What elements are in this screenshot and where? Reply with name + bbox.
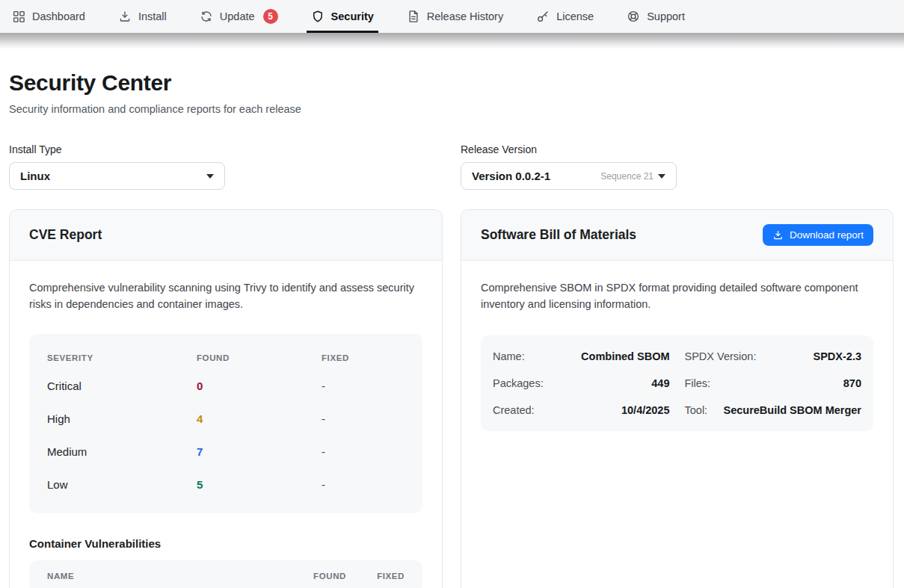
severity-name: Medium [47,445,197,458]
sbom-field-name: Name: Combined SBOM [493,343,670,370]
nav-item-release-history[interactable]: Release History [407,0,503,33]
severity-found-count: 0 [197,380,322,392]
install-type-value: Linux [20,170,50,182]
field-value: 10/4/2025 [621,404,670,416]
release-version-group: Release Version Version 0.0.2-1 Sequence… [461,143,894,190]
field-label: Name: [493,350,525,362]
file-text-icon [407,10,420,23]
severity-found-count: 7 [197,445,322,458]
sbom-field-created: Created: 10/4/2025 [493,397,670,424]
field-value: Combined SBOM [581,350,669,362]
field-label: Packages: [493,377,544,389]
severity-name: Low [47,478,197,491]
field-label: Files: [685,377,711,389]
chevron-down-icon [206,174,214,179]
severity-table-header: SEVERITY FOUND FIXED [47,343,405,370]
severity-fixed-count: - [322,478,405,491]
sbom-description: Comprehensive SBOM in SPDX format provid… [481,280,873,313]
severity-name: High [47,412,197,425]
table-row: Low 5 - [47,468,405,501]
severity-fixed-count: - [322,412,405,425]
table-row: Medium 7 - [47,436,405,468]
sbom-field-spdx-version: SPDX Version: SPDX-2.3 [685,343,862,370]
severity-col-header: SEVERITY [47,353,197,362]
nav-item-support[interactable]: Support [627,0,685,33]
severity-table: SEVERITY FOUND FIXED Critical 0 - High 4… [29,334,422,513]
sequence-label: Sequence 21 [600,171,654,182]
release-version-select[interactable]: Version 0.0.2-1 Sequence 21 [461,162,677,190]
nav-label-dashboard: Dashboard [32,10,85,22]
release-version-label: Release Version [461,143,894,155]
severity-fixed-count: - [322,380,405,392]
severity-found-count: 5 [197,478,322,491]
nav-item-update[interactable]: Update 5 [200,0,278,33]
install-type-select[interactable]: Linux [9,162,225,190]
field-value: SecureBuild SBOM Merger [723,404,861,416]
severity-fixed-count: - [322,445,405,458]
cards-row: CVE Report Comprehensive vulnerability s… [9,209,894,588]
container-vulns-table-header: NAME FOUND FIXED [29,560,422,588]
sbom-info-grid: Name: Combined SBOM SPDX Version: SPDX-2… [481,335,873,431]
nav-item-license[interactable]: License [536,0,594,33]
dashboard-icon [12,10,25,23]
container-vulns-title: Container Vulnerabilities [29,537,422,550]
field-label: Tool: [685,404,708,416]
sbom-card-body: Comprehensive SBOM in SPDX format provid… [461,261,893,451]
name-col-header: NAME [47,572,276,581]
release-version-value: Version 0.0.2-1 [472,170,550,182]
sbom-card: Software Bill of Materials Download repo… [461,209,894,588]
sbom-field-files: Files: 870 [685,370,862,397]
found-col-header: FOUND [300,572,346,581]
header-shadow [0,33,904,49]
nav-label-update: Update [220,10,255,22]
update-count-badge: 5 [263,9,278,24]
cve-card-header: CVE Report [10,210,442,261]
sbom-field-packages: Packages: 449 [493,370,670,397]
page-subtitle: Security information and compliance repo… [9,103,894,115]
sbom-card-header: Software Bill of Materials Download repo… [461,210,893,261]
key-icon [536,10,550,23]
nav-label-support: Support [647,10,685,22]
nav-item-security[interactable]: Security [311,0,374,33]
nav-label-license: License [556,10,594,22]
field-label: SPDX Version: [685,350,757,362]
main-content: Security Center Security information and… [0,70,904,588]
cve-report-card: CVE Report Comprehensive vulnerability s… [9,209,443,588]
nav-label-release-history: Release History [427,10,503,22]
fixed-col-header: FIXED [370,572,405,581]
download-icon [118,10,132,23]
cve-card-body: Comprehensive vulnerability scanning usi… [10,261,442,588]
severity-found-count: 4 [197,412,322,425]
nav-label-security: Security [331,10,374,22]
sbom-field-tool: Tool: SecureBuild SBOM Merger [685,397,862,424]
nav-item-dashboard[interactable]: Dashboard [12,0,85,33]
field-label: Created: [493,404,535,416]
download-icon [772,229,784,241]
field-value: SPDX-2.3 [814,350,861,362]
fixed-col-header: FIXED [322,353,405,362]
install-type-group: Install Type Linux [9,143,443,190]
shield-icon [311,10,325,23]
download-report-button[interactable]: Download report [763,224,873,246]
nav-item-install[interactable]: Install [118,0,167,33]
field-value: 449 [651,377,669,389]
lifebuoy-icon [627,10,640,23]
table-row: Critical 0 - [47,370,405,403]
download-report-label: Download report [790,229,864,241]
top-nav: Dashboard Install Update 5 Security Rele… [0,0,904,33]
refresh-icon [200,10,213,23]
chevron-down-icon [658,174,665,179]
found-col-header: FOUND [197,353,322,362]
cve-description: Comprehensive vulnerability scanning usi… [29,280,422,313]
severity-name: Critical [47,380,197,392]
sbom-card-title: Software Bill of Materials [481,227,636,243]
page-title: Security Center [9,70,894,96]
install-type-label: Install Type [9,143,443,155]
filters-row: Install Type Linux Release Version Versi… [9,143,894,190]
nav-label-install: Install [138,10,167,22]
field-value: 870 [843,377,861,389]
cve-card-title: CVE Report [29,227,102,243]
table-row: High 4 - [47,403,405,436]
